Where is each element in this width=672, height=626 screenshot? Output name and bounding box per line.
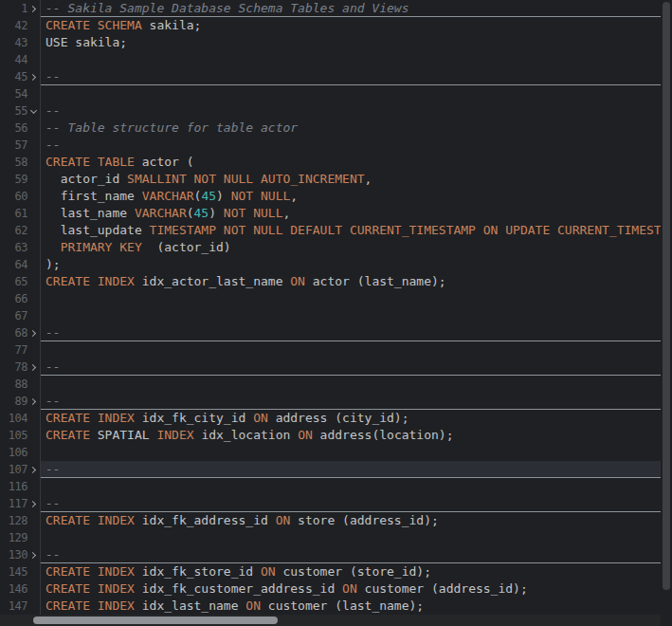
line-number[interactable]: 58 xyxy=(0,154,27,171)
code-line-66[interactable]: 66 xyxy=(0,290,661,307)
code-line-107[interactable]: 107-- xyxy=(0,461,661,478)
vertical-scrollbar[interactable] xyxy=(661,0,672,615)
code-line-65[interactable]: 65CREATE INDEX idx_actor_last_name ON ac… xyxy=(0,273,661,290)
token-kw: ON xyxy=(261,564,276,579)
gutter: 60 xyxy=(0,188,41,205)
gutter: 62 xyxy=(0,222,41,239)
line-number[interactable]: 68 xyxy=(0,324,27,341)
code-line-58[interactable]: 58CREATE TABLE actor ( xyxy=(0,154,661,171)
chevron-right-icon[interactable] xyxy=(27,546,40,563)
code-line-145[interactable]: 145CREATE INDEX idx_fk_store_id ON custo… xyxy=(0,563,661,580)
code-content: -- Table structure for table actor xyxy=(41,120,661,137)
code-line-62[interactable]: 62 last_update TIMESTAMP NOT NULL DEFAUL… xyxy=(0,222,661,239)
line-number[interactable]: 146 xyxy=(0,580,27,598)
code-line-77[interactable]: 77 xyxy=(0,341,661,359)
line-number[interactable]: 77 xyxy=(0,341,27,359)
token-com: -- xyxy=(45,103,61,118)
token-id: idx_fk_city_id xyxy=(135,411,253,425)
line-number[interactable]: 57 xyxy=(0,137,27,154)
code-line-44[interactable]: 44 xyxy=(0,51,661,68)
line-number[interactable]: 117 xyxy=(0,495,27,512)
chevron-right-icon[interactable] xyxy=(27,495,40,512)
chevron-right-icon[interactable] xyxy=(27,0,40,17)
line-number[interactable]: 55 xyxy=(0,102,27,120)
line-number[interactable]: 1 xyxy=(0,0,27,17)
code-line-57[interactable]: 57-- xyxy=(0,137,661,154)
code-line-67[interactable]: 67 xyxy=(0,307,661,324)
code-line-56[interactable]: 56-- Table structure for table actor xyxy=(0,120,661,137)
code-line-146[interactable]: 146CREATE INDEX idx_fk_customer_address_… xyxy=(0,580,661,598)
line-number[interactable]: 43 xyxy=(0,34,27,51)
horizontal-scrollbar[interactable] xyxy=(0,615,661,626)
gutter: 128 xyxy=(0,512,41,529)
line-number[interactable]: 129 xyxy=(0,529,27,546)
code-line-104[interactable]: 104CREATE INDEX idx_fk_city_id ON addres… xyxy=(0,410,661,427)
token-id: idx_fk_address_id xyxy=(135,513,276,527)
line-number[interactable]: 116 xyxy=(0,478,27,495)
line-number[interactable]: 106 xyxy=(0,444,27,461)
code-line-116[interactable]: 116 xyxy=(0,478,661,495)
chevron-right-icon[interactable] xyxy=(27,359,40,376)
code-line-55[interactable]: 55-- xyxy=(0,102,661,120)
code-line-106[interactable]: 106 xyxy=(0,444,661,461)
code-line-61[interactable]: 61 last_name VARCHAR(45) NOT NULL, xyxy=(0,205,661,222)
code-line-1[interactable]: 1-- Sakila Sample Database Schema Tables… xyxy=(0,0,661,17)
fold-gutter-empty xyxy=(27,137,40,154)
line-number[interactable]: 104 xyxy=(0,410,27,427)
line-number[interactable]: 56 xyxy=(0,120,27,137)
line-number[interactable]: 44 xyxy=(0,51,27,68)
line-number[interactable]: 78 xyxy=(0,359,27,376)
code-content: USE sakila; xyxy=(41,34,661,51)
horizontal-scrollbar-thumb[interactable] xyxy=(33,617,278,624)
line-number[interactable]: 89 xyxy=(0,393,27,410)
line-number[interactable]: 67 xyxy=(0,307,27,324)
line-number[interactable]: 62 xyxy=(0,222,27,239)
vertical-scrollbar-thumb[interactable] xyxy=(663,2,670,590)
line-number[interactable]: 88 xyxy=(0,376,27,393)
code-line-42[interactable]: 42CREATE SCHEMA sakila; xyxy=(0,17,661,34)
code-content: CREATE INDEX idx_actor_last_name ON acto… xyxy=(41,273,661,290)
chevron-right-icon[interactable] xyxy=(27,324,40,341)
chevron-down-icon[interactable] xyxy=(27,102,40,120)
code-line-60[interactable]: 60 first_name VARCHAR(45) NOT NULL, xyxy=(0,188,661,205)
token-kw: ON xyxy=(245,598,261,613)
code-line-129[interactable]: 129 xyxy=(0,529,661,546)
chevron-right-icon[interactable] xyxy=(27,461,40,478)
code-line-54[interactable]: 54 xyxy=(0,85,661,102)
line-number[interactable]: 45 xyxy=(0,68,27,85)
token-id: actor ( xyxy=(135,155,194,169)
line-number[interactable]: 59 xyxy=(0,171,27,188)
line-number[interactable]: 66 xyxy=(0,290,27,307)
code-line-130[interactable]: 130-- xyxy=(0,546,661,563)
line-number[interactable]: 130 xyxy=(0,546,27,563)
line-number[interactable]: 63 xyxy=(0,239,27,256)
fold-gutter-empty xyxy=(27,222,40,239)
line-number[interactable]: 105 xyxy=(0,427,27,444)
chevron-right-icon[interactable] xyxy=(27,393,40,410)
code-line-78[interactable]: 78-- xyxy=(0,359,661,376)
line-number[interactable]: 128 xyxy=(0,512,27,529)
code-line-63[interactable]: 63 PRIMARY KEY (actor_id) xyxy=(0,239,661,256)
code-line-88[interactable]: 88 xyxy=(0,376,661,393)
line-number[interactable]: 64 xyxy=(0,256,27,273)
line-number[interactable]: 65 xyxy=(0,273,27,290)
code-line-45[interactable]: 45-- xyxy=(0,68,661,85)
code-line-64[interactable]: 64); xyxy=(0,256,661,273)
code-line-128[interactable]: 128CREATE INDEX idx_fk_address_id ON sto… xyxy=(0,512,661,529)
code-line-147[interactable]: 147CREATE INDEX idx_last_name ON custome… xyxy=(0,598,661,615)
code-line-68[interactable]: 68-- xyxy=(0,324,661,341)
line-number[interactable]: 145 xyxy=(0,563,27,580)
line-number[interactable]: 147 xyxy=(0,598,27,615)
line-number[interactable]: 61 xyxy=(0,205,27,222)
line-number[interactable]: 42 xyxy=(0,17,27,34)
code-line-105[interactable]: 105CREATE SPATIAL INDEX idx_location ON … xyxy=(0,427,661,444)
code-line-59[interactable]: 59 actor_id SMALLINT NOT NULL AUTO_INCRE… xyxy=(0,171,661,188)
line-number[interactable]: 54 xyxy=(0,85,27,102)
code-line-117[interactable]: 117-- xyxy=(0,495,661,512)
line-number[interactable]: 60 xyxy=(0,188,27,205)
code-line-43[interactable]: 43USE sakila; xyxy=(0,34,661,51)
fold-gutter-empty xyxy=(27,256,40,273)
line-number[interactable]: 107 xyxy=(0,461,27,478)
code-line-89[interactable]: 89-- xyxy=(0,393,661,410)
chevron-right-icon[interactable] xyxy=(27,68,40,85)
